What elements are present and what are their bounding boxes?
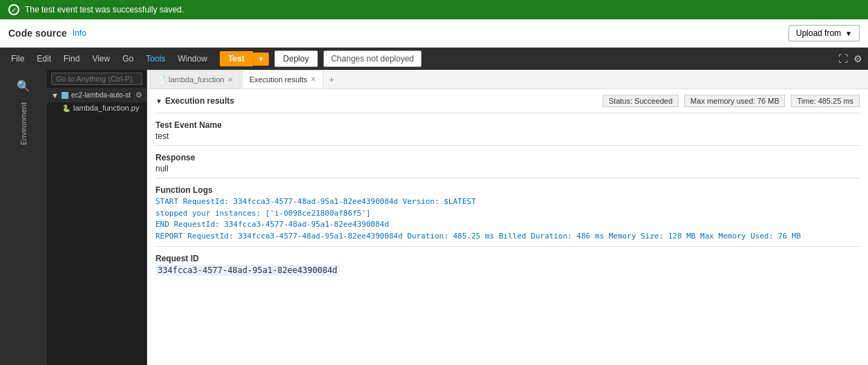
deploy-button[interactable]: Deploy [274, 50, 318, 67]
log-line-3: REPORT RequestId: 334fcca3-4577-48ad-95a… [155, 231, 860, 243]
tab-execution-results[interactable]: Execution results ✕ [242, 70, 323, 88]
request-id-value: 334fcca3-4577-48ad-95a1-82ee4390084d [155, 265, 339, 276]
divider-1 [155, 113, 860, 113]
menu-item-edit[interactable]: Edit [31, 51, 57, 66]
log-line-1: stopped your instances: ['i-0098ce21800a… [155, 208, 860, 220]
success-message: The test event test was successfully sav… [25, 5, 184, 15]
gear-icon[interactable]: ⚙ [135, 91, 142, 100]
menu-item-window[interactable]: Window [172, 51, 213, 66]
request-id-label: Request ID [155, 254, 860, 263]
tab-close-execution[interactable]: ✕ [310, 75, 316, 83]
success-banner: ✓ The test event test was successfully s… [0, 0, 868, 19]
settings-icon[interactable]: ⚙ [853, 53, 862, 64]
chevron-icon: ▼ [51, 91, 59, 100]
ide-sidebar: 🔍 Environment [0, 70, 47, 365]
menu-item-file[interactable]: File [6, 51, 30, 66]
divider-4 [155, 246, 860, 247]
ide-toolbar-right: ⛶ ⚙ [838, 53, 862, 64]
test-button[interactable]: Test [220, 51, 253, 66]
goto-anything-input[interactable] [51, 73, 142, 85]
code-source-title: Code source [8, 28, 67, 39]
test-btn-group: Test ▼ [220, 51, 269, 66]
response-value: null [155, 164, 860, 174]
code-source-bar: Code source Info Upload from ▼ [0, 19, 868, 48]
menu-item-tools[interactable]: Tools [140, 51, 171, 66]
test-caret-button[interactable]: ▼ [253, 53, 269, 66]
memory-used-badge: Max memory used: 76 MB [684, 95, 785, 107]
exec-results-title: ▼ Execution results [155, 96, 234, 106]
divider-3 [155, 178, 860, 178]
upload-from-button[interactable]: Upload from ▼ [789, 25, 860, 41]
python-file-icon: 🐍 [62, 104, 70, 112]
check-icon: ✓ [8, 4, 19, 15]
time-badge: Time: 485.25 ms [791, 95, 860, 107]
divider-2 [155, 145, 860, 146]
log-line-0: START RequestId: 334fcca3-4577-48ad-95a1… [155, 196, 860, 208]
log-line-2: END RequestId: 334fcca3-4577-48ad-95a1-8… [155, 219, 860, 231]
expand-icon[interactable]: ⛶ [838, 53, 848, 64]
function-logs-container: START RequestId: 334fcca3-4577-48ad-95a1… [155, 196, 860, 242]
function-logs-label: Function Logs [155, 185, 860, 195]
sidebar-search-icon[interactable]: 🔍 [12, 75, 35, 97]
root-folder-label[interactable]: ▼ ec2-lambda-auto-st [51, 91, 131, 100]
upload-caret-icon: ▼ [845, 30, 852, 37]
menu-item-go[interactable]: Go [117, 51, 139, 66]
info-link[interactable]: Info [73, 28, 86, 38]
environment-label: Environment [18, 97, 29, 151]
file-tree-panel: ▼ ec2-lambda-auto-st ⚙ 🐍 lambda_function… [47, 70, 147, 365]
folder-icon [62, 92, 68, 99]
ide-body: 🔍 Environment ▼ ec2-lambda-auto-st ⚙ 🐍 l… [0, 70, 868, 365]
menu-item-find[interactable]: Find [58, 51, 85, 66]
tab-close-lambda[interactable]: ✕ [227, 76, 233, 84]
file-tree-item-lambda[interactable]: 🐍 lambda_function.py [47, 102, 147, 113]
test-event-name-label: Test Event Name [155, 120, 860, 130]
response-label: Response [155, 153, 860, 162]
execution-results-panel: ▼ Execution results Status: Succeeded Ma… [147, 89, 868, 365]
status-succeeded-badge: Status: Succeeded [603, 95, 679, 107]
main-editor: 📄 lambda_function ✕ Execution results ✕ … [147, 70, 868, 365]
test-event-name-value: test [155, 131, 860, 141]
collapse-arrow-icon[interactable]: ▼ [155, 97, 162, 105]
menu-item-view[interactable]: View [86, 51, 115, 66]
exec-results-header: ▼ Execution results Status: Succeeded Ma… [155, 95, 860, 107]
tab-lambda-function[interactable]: 📄 lambda_function ✕ [150, 70, 240, 88]
tab-bar: 📄 lambda_function ✕ Execution results ✕ … [147, 70, 868, 89]
tab-file-icon: 📄 [158, 76, 166, 84]
title-area: Code source Info [8, 28, 86, 39]
tree-icons: ⚙ [135, 91, 142, 100]
tab-add-button[interactable]: + [325, 74, 339, 85]
file-tree-header: ▼ ec2-lambda-auto-st ⚙ [47, 88, 147, 102]
ide-toolbar: File Edit Find View Go Tools Window Test… [0, 48, 868, 70]
changes-not-deployed-badge: Changes not deployed [323, 50, 422, 67]
exec-status-bar: Status: Succeeded Max memory used: 76 MB… [603, 95, 860, 107]
